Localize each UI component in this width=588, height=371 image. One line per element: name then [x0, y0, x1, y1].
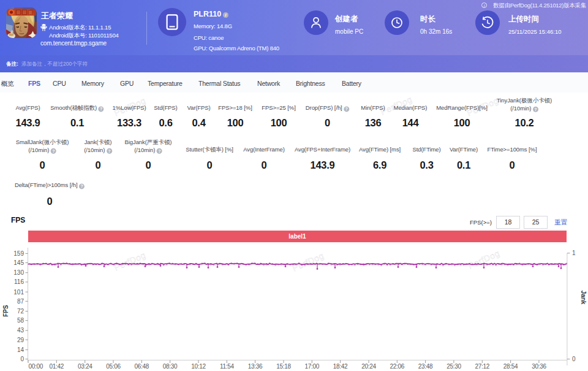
svg-text:101: 101: [13, 289, 24, 296]
svg-text:130: 130: [13, 269, 24, 276]
svg-text:159: 159: [13, 250, 24, 257]
svg-text:01:42: 01:42: [50, 363, 64, 370]
svg-text:14: 14: [17, 346, 24, 353]
svg-text:FPS: FPS: [2, 305, 9, 317]
svg-text:10:12: 10:12: [191, 363, 206, 370]
svg-text:11:54: 11:54: [220, 363, 235, 370]
svg-text:116: 116: [14, 278, 24, 285]
svg-text:87: 87: [17, 298, 24, 305]
svg-text:Jank: Jank: [580, 291, 587, 305]
svg-text:17:00: 17:00: [305, 363, 320, 370]
svg-text:00:00: 00:00: [29, 363, 43, 370]
svg-text:18:42: 18:42: [333, 363, 348, 370]
svg-text:0: 0: [20, 356, 24, 362]
svg-text:13:36: 13:36: [248, 363, 263, 370]
svg-text:43: 43: [17, 327, 24, 334]
svg-text:22:06: 22:06: [390, 363, 405, 370]
svg-text:1: 1: [572, 250, 576, 256]
svg-text:145: 145: [13, 259, 24, 266]
svg-text:06:48: 06:48: [135, 363, 149, 370]
svg-text:08:30: 08:30: [163, 363, 178, 370]
svg-text:05:06: 05:06: [106, 363, 121, 370]
svg-text:72: 72: [17, 308, 24, 315]
svg-text:20:24: 20:24: [361, 363, 376, 370]
svg-text:58: 58: [17, 317, 24, 324]
svg-text:23:48: 23:48: [418, 363, 433, 370]
svg-text:15:18: 15:18: [276, 363, 291, 370]
svg-text:30:36: 30:36: [532, 363, 546, 370]
svg-text:27:12: 27:12: [475, 363, 490, 370]
svg-text:29: 29: [17, 337, 24, 343]
svg-text:0: 0: [572, 356, 576, 362]
svg-text:25:30: 25:30: [447, 363, 461, 370]
svg-text:28:54: 28:54: [503, 363, 518, 370]
svg-text:03:24: 03:24: [78, 363, 92, 370]
